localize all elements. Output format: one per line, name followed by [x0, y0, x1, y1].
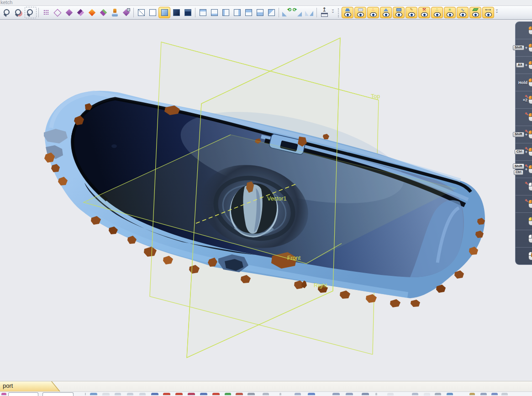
mouse-hint-row-hold: Hold — [516, 74, 532, 91]
mirror-icon[interactable] — [304, 7, 315, 18]
toolbar-separator — [133, 8, 134, 17]
mouse-hint-row-shift-ctrl-drag: Shift Ctrl + ↖ — [516, 161, 532, 178]
bottom-toolbar-icon[interactable] — [469, 393, 475, 396]
zoom-out-icon[interactable] — [2, 7, 13, 18]
rotate-cw-icon[interactable] — [292, 7, 303, 18]
view-left-icon[interactable] — [220, 7, 231, 18]
extrude-base-icon[interactable] — [109, 7, 120, 18]
tab-viewport[interactable]: port — [0, 381, 61, 391]
bottom-toolbar — [0, 391, 532, 396]
overflow-chevron-icon[interactable] — [330, 7, 336, 18]
diamond-crosshair-icon[interactable] — [52, 7, 63, 18]
cursor-arrow-icon: ↖ — [525, 198, 528, 203]
diamond-split-icon[interactable] — [75, 7, 86, 18]
cube-shaded-icon[interactable] — [158, 7, 170, 18]
view-top-icon[interactable] — [243, 7, 254, 18]
zoom-window-icon[interactable] — [13, 7, 24, 18]
bottom-toolbar-icon[interactable] — [200, 393, 207, 396]
scan-tool-group — [41, 7, 132, 18]
view-upvector-icon[interactable] — [319, 7, 330, 18]
point-cloud-icon[interactable] — [41, 7, 52, 18]
bottom-toolbar-icon[interactable] — [332, 393, 340, 396]
3d-viewport[interactable]: Top Front Right Vector1 Shift + Alt + — [0, 20, 532, 381]
bottom-toolbar-icon[interactable] — [90, 393, 97, 396]
bottom-toolbar-icon[interactable] — [308, 393, 315, 396]
mouse-wheel-icon — [528, 252, 532, 260]
bottom-toolbar-icon[interactable] — [447, 393, 453, 396]
view-right-icon[interactable] — [232, 7, 242, 18]
shift-key-chip: Shift — [513, 164, 524, 169]
bottom-toolbar-field[interactable] — [8, 392, 38, 396]
bottom-toolbar-icon[interactable] — [102, 393, 110, 396]
bottom-toolbar-icon[interactable] — [188, 393, 195, 396]
diamond-solid-icon[interactable] — [63, 7, 74, 18]
bottom-toolbar-icon[interactable] — [346, 393, 353, 396]
diamond-cube-icon[interactable] — [121, 7, 132, 18]
overflow-chevron-icon[interactable] — [494, 7, 500, 18]
mouse-hint-panel: Shift + Alt + Hold ×2 ↖ ↖ — [515, 21, 532, 265]
bottom-toolbar-icon[interactable] — [295, 393, 301, 396]
cube-white-icon[interactable] — [147, 7, 158, 18]
front-plane-label[interactable]: Front — [287, 255, 301, 261]
bottom-toolbar-icon[interactable] — [225, 393, 231, 396]
bottom-toolbar-icon[interactable] — [151, 393, 158, 396]
bottom-toolbar-icon[interactable] — [279, 393, 281, 396]
view-front-icon[interactable] — [197, 7, 208, 18]
bottom-toolbar-icon[interactable] — [175, 393, 183, 396]
show-mesh-eye-icon[interactable] — [342, 7, 353, 18]
bottom-toolbar-icon[interactable] — [248, 393, 255, 396]
scan-scene[interactable]: Top Front Right Vector1 — [0, 20, 532, 381]
menu-item-sketch[interactable]: ketch — [0, 0, 12, 5]
view-iso-icon[interactable] — [266, 7, 277, 18]
cube-darkblue-icon[interactable] — [182, 7, 193, 18]
bottom-toolbar-icon[interactable] — [501, 393, 508, 396]
mouse-icon — [528, 148, 532, 156]
show-solid-eye-icon[interactable] — [393, 7, 405, 18]
show-measure-eye-icon[interactable] — [482, 7, 494, 18]
show-cloud-eye-icon[interactable] — [431, 7, 443, 18]
bottom-toolbar-icon[interactable] — [480, 393, 487, 396]
show-feature-eye-icon[interactable] — [444, 7, 456, 18]
mouse-icon — [528, 61, 532, 69]
bottom-toolbar-icon[interactable] — [85, 393, 86, 396]
bottom-toolbar-icon[interactable] — [435, 393, 441, 396]
view-back-icon[interactable] — [209, 7, 220, 18]
show-curve-eye-icon[interactable] — [457, 7, 469, 18]
bottom-toolbar-icon[interactable] — [387, 393, 394, 396]
bottom-toolbar-field[interactable] — [42, 392, 74, 396]
diamond-greendots-icon[interactable] — [98, 7, 109, 18]
show-surface-eye-icon[interactable] — [380, 7, 392, 18]
menu-strip: ketch — [0, 0, 532, 6]
bottom-toolbar-icon[interactable] — [375, 393, 377, 396]
bottom-toolbar-icon[interactable] — [362, 393, 369, 396]
mouse-icon — [528, 43, 532, 52]
bottom-toolbar-icon[interactable] — [424, 393, 430, 396]
show-vector-eye-icon[interactable] — [418, 7, 430, 18]
bottom-toolbar-icon[interactable] — [127, 393, 133, 396]
bottom-toolbar-icon[interactable] — [115, 393, 121, 396]
cube-dark-icon[interactable] — [171, 7, 182, 18]
vector1-label[interactable]: Vector1 — [267, 195, 286, 202]
view-bottom-icon[interactable] — [254, 7, 265, 18]
cube-wireframe-icon[interactable] — [136, 7, 147, 18]
bottom-toolbar-icon[interactable] — [212, 393, 220, 396]
mouse-icon — [528, 95, 532, 104]
show-plane-eye-icon[interactable] — [469, 7, 481, 18]
show-points-eye-icon[interactable] — [367, 7, 379, 18]
right-plane-label[interactable]: Right — [314, 282, 327, 289]
rotate-ccw-icon[interactable] — [281, 7, 292, 18]
show-region-eye-icon[interactable] — [354, 7, 366, 18]
cursor-arrow-icon: ↖ — [525, 164, 528, 168]
show-sketch-eye-icon[interactable] — [406, 7, 417, 18]
mouse-hint-row-doubleclick: ×2 ↖ — [516, 91, 532, 109]
star-orange-icon[interactable] — [86, 7, 97, 18]
bottom-toolbar-icon[interactable] — [163, 393, 170, 396]
bottom-toolbar-icon[interactable] — [139, 393, 146, 396]
bottom-toolbar-icon[interactable] — [236, 393, 243, 396]
bottom-toolbar-icon[interactable] — [263, 393, 269, 396]
bottom-toolbar-icon[interactable] — [1, 393, 6, 396]
bottom-toolbar-icon[interactable] — [491, 393, 498, 396]
bottom-toolbar-icon[interactable] — [412, 393, 418, 396]
top-plane-label[interactable]: Top — [371, 93, 380, 100]
zoom-in-region-icon[interactable] — [25, 7, 37, 18]
